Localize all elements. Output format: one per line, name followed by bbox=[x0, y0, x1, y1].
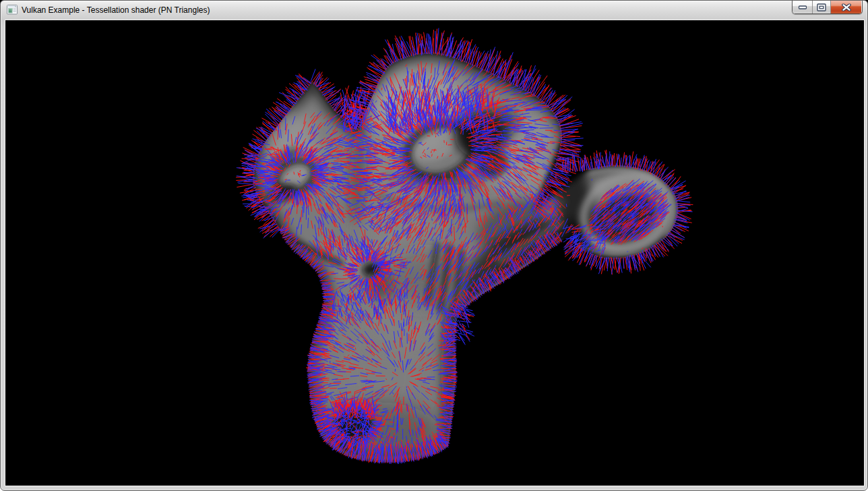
window-title: Vulkan Example - Tessellation shader (PN… bbox=[22, 5, 210, 15]
close-icon bbox=[841, 3, 851, 11]
vulkan-viewport[interactable] bbox=[5, 20, 864, 486]
app-window: Vulkan Example - Tessellation shader (PN… bbox=[0, 0, 868, 491]
titlebar[interactable]: Vulkan Example - Tessellation shader (PN… bbox=[1, 1, 867, 20]
maximize-button[interactable] bbox=[812, 1, 830, 13]
app-icon bbox=[7, 5, 18, 16]
tessellated-model-render bbox=[5, 20, 864, 486]
minimize-icon bbox=[798, 5, 807, 9]
maximize-icon bbox=[817, 3, 826, 11]
caption-buttons bbox=[792, 1, 863, 14]
minimize-button[interactable] bbox=[793, 1, 812, 13]
close-button[interactable] bbox=[830, 1, 861, 13]
